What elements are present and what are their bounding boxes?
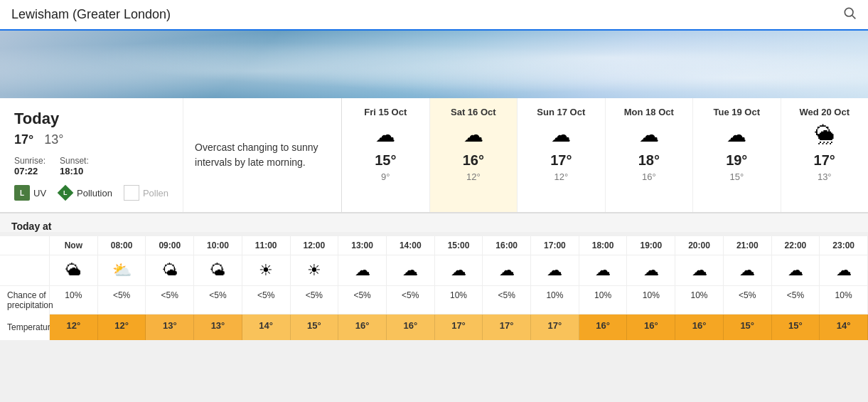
temp-val-15: 15°	[772, 314, 820, 340]
hour-header-2: 09:00	[146, 236, 194, 255]
forecast-day-2[interactable]: Sun 17 Oct ☁ 17° 12°	[518, 98, 605, 212]
today-low: 13°	[44, 132, 63, 147]
temp-val-6: 16°	[338, 314, 387, 340]
day-low: 16°	[642, 171, 656, 182]
hour-icon-6: ☁	[338, 255, 387, 286]
hour-icon-14: ☁	[724, 255, 772, 286]
precip-val-5: <5%	[291, 286, 339, 314]
hour-header-10: 17:00	[531, 236, 579, 255]
hour-header-15: 22:00	[772, 236, 820, 255]
hour-header-6: 13:00	[338, 236, 387, 255]
description-text: Overcast changing to sunny intervals by …	[195, 140, 330, 170]
precip-val-16: 10%	[820, 286, 868, 314]
hour-header-1: 08:00	[98, 236, 146, 255]
day-low: 12°	[466, 171, 481, 182]
hour-header-5: 12:00	[291, 236, 339, 255]
temp-label: Temperature °C °F	[0, 314, 50, 340]
hour-icon-5: ☀	[291, 255, 339, 286]
hour-icon-1: ⛅	[98, 255, 146, 286]
svg-line-1	[852, 16, 856, 19]
day-low: 9°	[381, 171, 390, 182]
day-icon: ☁	[727, 123, 746, 147]
hourly-grid: Now08:0009:0010:0011:0012:0013:0014:0015…	[0, 236, 868, 340]
pollution-label: Pollution	[77, 188, 112, 199]
day-label: Fri 15 Oct	[364, 107, 407, 117]
sunset-time: 18:10	[60, 166, 89, 176]
sunrise-time: 07:22	[14, 166, 45, 176]
day-icon: ☁	[464, 123, 483, 147]
temp-val-8: 17°	[435, 314, 483, 340]
sunrise-label: Sunrise:	[14, 156, 45, 166]
temp-val-11: 16°	[579, 314, 628, 340]
precip-val-11: 10%	[579, 286, 628, 314]
temp-val-1: 12°	[98, 314, 146, 340]
temp-val-4: 14°	[242, 314, 291, 340]
day-low: 12°	[554, 171, 568, 182]
pollen-label: Pollen	[143, 188, 168, 199]
today-label: Today	[14, 110, 168, 128]
temp-text: Temperature	[7, 322, 55, 332]
hour-icon-12: ☁	[627, 255, 675, 286]
day-label: Sun 17 Oct	[537, 107, 585, 117]
temp-val-10: 17°	[531, 314, 579, 340]
precip-val-13: 10%	[675, 286, 724, 314]
uv-badge: L	[14, 185, 30, 201]
hour-header-3: 10:00	[194, 236, 242, 255]
hour-header-9: 16:00	[483, 236, 531, 255]
precip-val-7: <5%	[387, 286, 435, 314]
sunrise-sunset: Sunrise: 07:22 Sunset: 18:10	[14, 156, 168, 176]
temp-val-13: 16°	[675, 314, 724, 340]
precip-val-8: 10%	[435, 286, 483, 314]
today-at-section: Today at	[0, 213, 868, 232]
hour-icon-0: 🌥	[50, 255, 98, 286]
precip-val-4: <5%	[242, 286, 291, 314]
hour-icon-9: ☁	[483, 255, 531, 286]
indicators: L UV L Pollution Pollen	[14, 185, 168, 201]
search-button[interactable]	[842, 6, 857, 23]
forecast-day-4[interactable]: Tue 19 Oct ☁ 19° 15°	[693, 98, 781, 212]
temp-val-16: 14°	[820, 314, 868, 340]
hour-icon-16: ☁	[820, 255, 868, 286]
uv-label: UV	[33, 188, 46, 199]
day-icon: 🌦	[815, 123, 835, 147]
pollution-indicator: L Pollution	[58, 185, 112, 201]
temp-val-0: 12°	[50, 314, 98, 340]
day-high: 19°	[726, 152, 747, 169]
page-title: Lewisham (Greater London)	[11, 7, 171, 22]
temp-val-12: 16°	[627, 314, 675, 340]
hour-icon-7: ☁	[387, 255, 435, 286]
hour-header-empty	[0, 236, 50, 255]
hour-header-13: 20:00	[675, 236, 724, 255]
uv-indicator: L UV	[14, 185, 46, 201]
temp-val-14: 15°	[724, 314, 772, 340]
forecast-day-5[interactable]: Wed 20 Oct 🌦 17° 13°	[781, 98, 868, 212]
hour-header-4: 11:00	[242, 236, 291, 255]
temp-val-9: 17°	[483, 314, 531, 340]
hour-header-14: 21:00	[724, 236, 772, 255]
hour-icon-11: ☁	[579, 255, 628, 286]
hour-header-11: 18:00	[579, 236, 628, 255]
day-icon: ☁	[375, 123, 395, 147]
today-at-label: Today at	[11, 221, 857, 232]
hour-icon-13: ☁	[675, 255, 724, 286]
hourly-table: Now08:0009:0010:0011:0012:0013:0014:0015…	[0, 236, 868, 340]
sunset-label: Sunset:	[60, 156, 89, 166]
hour-icon-15: ☁	[772, 255, 820, 286]
day-high: 18°	[638, 152, 660, 169]
header: Lewisham (Greater London)	[0, 0, 868, 31]
day-icon: ☁	[551, 123, 571, 147]
precip-val-12: 10%	[627, 286, 675, 314]
day-high: 15°	[375, 152, 396, 169]
forecast-day-1[interactable]: Sat 16 Oct ☁ 16° 12°	[430, 98, 518, 212]
forecast-day-0[interactable]: Fri 15 Oct ☁ 15° 9°	[342, 98, 429, 212]
day-label: Mon 18 Oct	[624, 107, 674, 117]
temp-val-7: 16°	[387, 314, 435, 340]
hour-header-7: 14:00	[387, 236, 435, 255]
hour-icon-2: 🌤	[146, 255, 194, 286]
precip-val-3: <5%	[194, 286, 242, 314]
sunrise-item: Sunrise: 07:22	[14, 156, 45, 176]
forecast-day-3[interactable]: Mon 18 Oct ☁ 18° 16°	[606, 98, 693, 212]
today-high: 17°	[14, 132, 33, 147]
hour-header-0: Now	[50, 236, 98, 255]
precip-val-0: 10%	[50, 286, 98, 314]
